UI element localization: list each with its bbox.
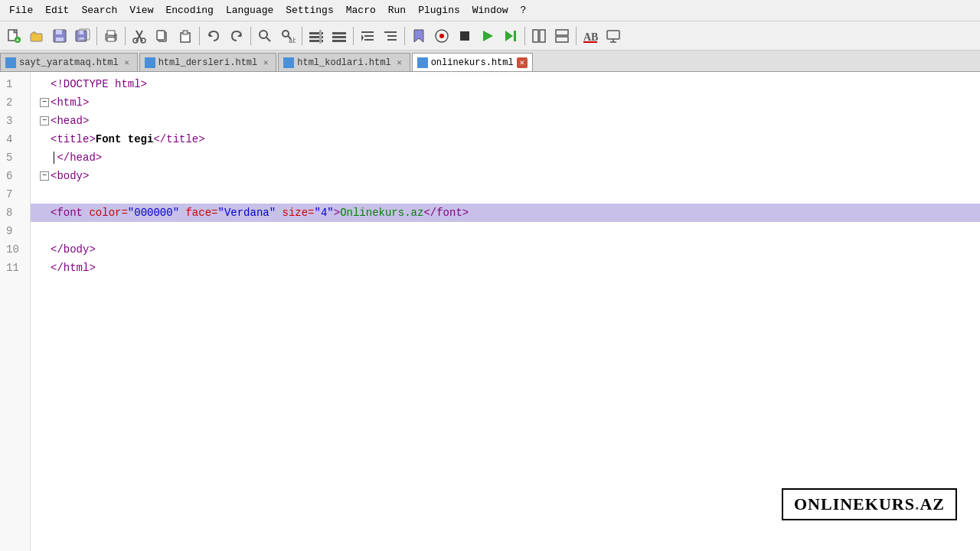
tab-kodlari-icon: [283, 57, 294, 68]
line-num-11: 11: [6, 259, 24, 277]
svg-marker-41: [361, 34, 364, 41]
svg-rect-13: [107, 31, 115, 35]
svg-rect-23: [183, 31, 188, 34]
tabs-bar: sayt_yaratmaq.html ✕ html_dersleri.html …: [0, 51, 980, 72]
fold-icon-2[interactable]: −: [40, 98, 49, 107]
menu-run[interactable]: Run: [382, 3, 412, 18]
monitor-button[interactable]: [603, 25, 624, 47]
cut-button[interactable]: [129, 25, 150, 47]
new-button[interactable]: +: [3, 25, 24, 47]
open-button[interactable]: [26, 25, 47, 47]
line-num-5: 5: [6, 148, 24, 167]
line-num-2: 2: [6, 93, 24, 112]
menu-language[interactable]: Language: [220, 3, 279, 18]
print-button[interactable]: [100, 25, 122, 47]
code-line-1: <!DOCTYPE html>: [31, 75, 980, 93]
tab-kodlari-close[interactable]: ✕: [394, 57, 405, 68]
indent-button[interactable]: [357, 25, 378, 47]
code-line-3: − <head>: [31, 112, 980, 130]
copy-button[interactable]: [152, 25, 173, 47]
line-num-4: 4: [6, 130, 24, 148]
svg-rect-36: [332, 36, 346, 38]
paste-button[interactable]: [175, 25, 196, 47]
svg-rect-7: [56, 37, 64, 41]
find-button[interactable]: [254, 25, 276, 47]
code-line-6: − <body>: [31, 167, 980, 185]
code-line-7: [31, 185, 980, 204]
svg-marker-24: [209, 33, 213, 37]
zoom-out-button[interactable]: [328, 25, 350, 47]
find-replace-button[interactable]: ab: [277, 25, 299, 47]
svg-rect-6: [56, 30, 62, 34]
menu-view[interactable]: View: [123, 3, 159, 18]
splith-button[interactable]: [551, 25, 573, 47]
tab-dersleri-close[interactable]: ✕: [260, 57, 271, 68]
tab-sayt-close[interactable]: ✕: [122, 57, 132, 68]
menu-window[interactable]: Window: [466, 3, 514, 18]
save-button[interactable]: [49, 25, 70, 47]
sep1: [96, 27, 97, 45]
svg-point-28: [283, 31, 289, 37]
svg-rect-58: [607, 31, 619, 39]
svg-rect-21: [157, 31, 165, 40]
svg-point-47: [439, 34, 444, 38]
tab-onlinekurs-label: onlinekurs.html: [431, 57, 514, 68]
run-button[interactable]: [477, 25, 498, 47]
save-all-button[interactable]: [72, 25, 93, 47]
fold-icon-6[interactable]: −: [40, 171, 49, 181]
svg-rect-48: [460, 31, 469, 41]
outdent-button[interactable]: [380, 25, 401, 47]
tab-dersleri-label: html_dersleri.html: [158, 57, 258, 68]
code-line-2: − <html>: [31, 93, 980, 112]
menu-settings[interactable]: Settings: [279, 3, 339, 18]
svg-rect-4: [31, 34, 42, 41]
tab-onlinekurs[interactable]: onlinekurs.html ✕: [412, 53, 533, 71]
menu-encoding[interactable]: Encoding: [159, 3, 219, 18]
sep5: [302, 27, 302, 45]
menu-macro[interactable]: Macro: [340, 3, 382, 18]
code-line-10: </body>: [31, 240, 980, 259]
svg-text:ab: ab: [289, 37, 296, 44]
sep9: [576, 27, 577, 45]
svg-rect-15: [114, 35, 116, 37]
stop-button[interactable]: [454, 25, 475, 47]
toolbar: + ab: [0, 21, 980, 51]
code-line-8: <font color="000000" face="Verdana" size…: [31, 204, 980, 222]
bookmark-button[interactable]: [408, 25, 430, 47]
zoom-in-button[interactable]: [305, 25, 327, 47]
line-numbers: 1 2 3 4 5 6 7 8 9 10 11: [0, 72, 31, 551]
redo-button[interactable]: [226, 25, 247, 47]
svg-rect-54: [556, 30, 568, 35]
spellcheck-button[interactable]: ABC: [580, 25, 601, 47]
undo-button[interactable]: [203, 25, 224, 47]
line-num-9: 9: [6, 222, 24, 240]
line-num-1: 1: [6, 75, 24, 93]
tab-dersleri[interactable]: html_dersleri.html ✕: [139, 53, 277, 71]
svg-text:ABC: ABC: [583, 31, 598, 43]
menu-plugins[interactable]: Plugins: [412, 3, 466, 18]
editor-container: 1 2 3 4 5 6 7 8 9 10 11 <!DOCTYPE html> …: [0, 72, 980, 551]
run-next-button[interactable]: [500, 25, 521, 47]
svg-marker-25: [237, 33, 241, 37]
editor-content[interactable]: <!DOCTYPE html> − <html> − <head> <title…: [31, 72, 980, 551]
svg-marker-50: [505, 31, 513, 41]
tab-kodlari[interactable]: html_kodlari.html ✕: [278, 53, 410, 71]
tab-sayt[interactable]: sayt_yaratmaq.html ✕: [0, 53, 138, 71]
svg-rect-52: [533, 30, 538, 42]
splitv-button[interactable]: [528, 25, 550, 47]
fold-icon-3[interactable]: −: [40, 116, 49, 126]
macro-button[interactable]: [431, 25, 452, 47]
menu-help[interactable]: ?: [514, 3, 533, 18]
line-num-8: 8: [6, 204, 24, 222]
sep8: [524, 27, 525, 45]
menu-edit[interactable]: Edit: [39, 3, 75, 18]
menu-search[interactable]: Search: [75, 3, 123, 18]
sep6: [353, 27, 354, 45]
sep2: [125, 27, 126, 45]
watermark: ONLINEKURS.AZ: [782, 488, 957, 520]
menu-file[interactable]: File: [3, 3, 39, 18]
code-line-4: <title>Font tegi</title>: [31, 130, 980, 148]
line-num-7: 7: [6, 185, 24, 204]
tab-onlinekurs-close[interactable]: ✕: [517, 57, 528, 68]
line-num-6: 6: [6, 167, 24, 185]
